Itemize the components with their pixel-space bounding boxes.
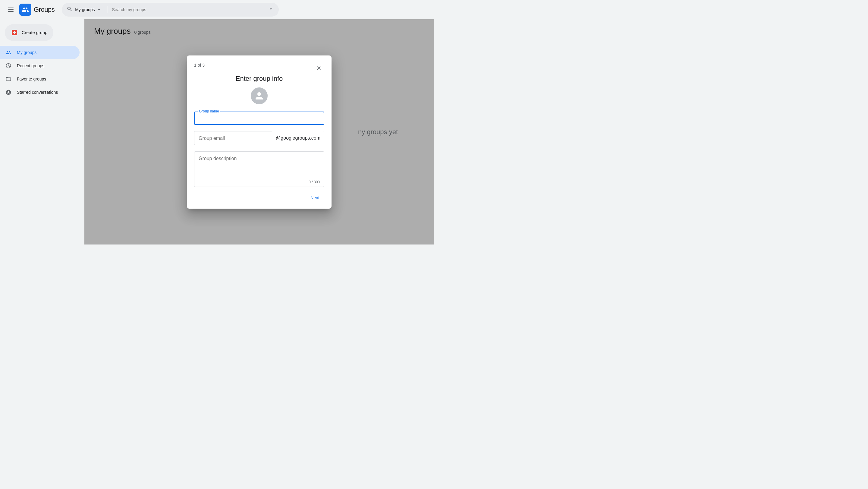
logo-icon: [19, 4, 31, 16]
group-name-field: Group name: [194, 112, 324, 125]
sidebar-item-favorite-groups[interactable]: Favorite groups: [0, 72, 80, 86]
search-options-icon[interactable]: [268, 6, 274, 13]
dialog-step: 1 of 3: [194, 63, 205, 67]
sidebar-item-starred-conversations[interactable]: Starred conversations: [0, 86, 80, 99]
sidebar-item-my-groups[interactable]: My groups: [0, 46, 80, 59]
dialog-header: 1 of 3: [194, 63, 324, 73]
sidebar-item-recent-groups[interactable]: Recent groups: [0, 59, 80, 72]
group-email-field: [194, 131, 272, 145]
sidebar-item-label: Recent groups: [17, 63, 44, 68]
layout: Create group My groups Recent groups Fav…: [0, 19, 434, 245]
sidebar-item-label: Starred conversations: [17, 90, 58, 95]
clock-icon: [5, 62, 12, 69]
group-name-input[interactable]: [199, 116, 319, 121]
group-avatar: [251, 87, 268, 104]
topbar: Groups My groups: [0, 0, 434, 19]
group-description-field: 0 / 300: [194, 151, 324, 187]
sidebar-item-label: My groups: [17, 50, 36, 55]
search-bar: My groups: [62, 3, 279, 17]
sidebar: Create group My groups Recent groups Fav…: [0, 19, 84, 245]
create-group-dialog: 1 of 3 Enter group info Group name: [187, 56, 332, 209]
dialog-title: Enter group info: [194, 75, 324, 83]
dialog-overlay: 1 of 3 Enter group info Group name: [84, 19, 434, 245]
group-name-field-group: Group name: [194, 112, 324, 125]
create-group-label: Create group: [22, 30, 47, 35]
sidebar-item-label: Favorite groups: [17, 77, 46, 82]
group-description-field-group: 0 / 300: [194, 151, 324, 187]
search-input[interactable]: [112, 7, 266, 12]
group-description-input[interactable]: [198, 156, 320, 178]
search-scope-selector[interactable]: My groups: [75, 7, 102, 13]
email-row: @googlegroups.com: [194, 131, 324, 145]
email-domain: @googlegroups.com: [272, 131, 324, 145]
hamburger-icon: [8, 7, 13, 12]
search-icon: [67, 6, 73, 13]
create-group-button[interactable]: Create group: [5, 24, 53, 41]
app-logo[interactable]: Groups: [19, 4, 55, 16]
group-email-input[interactable]: [198, 136, 268, 141]
star-icon: [5, 89, 12, 96]
folder-icon: [5, 75, 12, 83]
dialog-close-button[interactable]: [313, 63, 324, 73]
next-button[interactable]: Next: [306, 193, 324, 203]
dialog-footer: Next: [194, 193, 324, 203]
char-count: 0 / 300: [198, 179, 320, 184]
menu-icon[interactable]: [5, 4, 17, 16]
search-scope-label: My groups: [75, 7, 95, 12]
group-email-field-group: @googlegroups.com: [194, 131, 324, 145]
group-name-label: Group name: [198, 109, 220, 113]
plus-icon: [11, 29, 18, 36]
main-content: My groups 0 groups ny groups yet 1 of 3 …: [84, 19, 434, 245]
app-title: Groups: [34, 6, 55, 13]
people-icon: [5, 49, 12, 56]
